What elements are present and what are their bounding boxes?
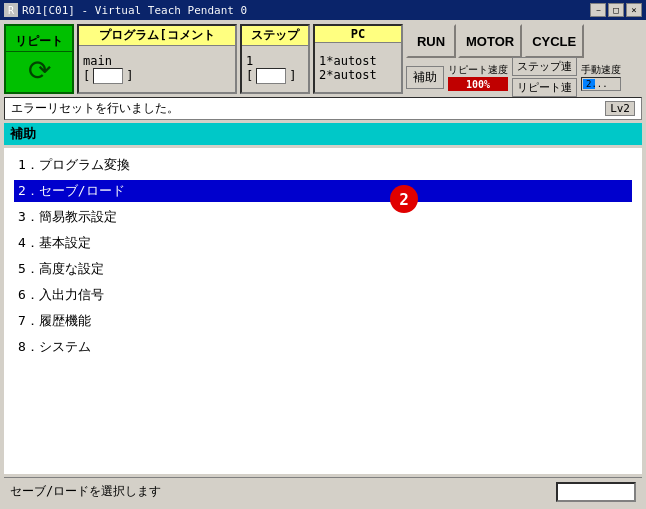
annotation-number: 2 — [399, 190, 409, 209]
minimize-button[interactable]: － — [590, 3, 606, 17]
step-value: 1 — [246, 54, 253, 68]
menu-item-number-4: 4． — [18, 235, 39, 250]
window-title: R01[C01] - Virtual Teach Pendant 0 — [22, 4, 247, 17]
manual-speed-value: 2... — [586, 79, 608, 89]
menu-item-number-8: 8． — [18, 339, 39, 354]
step-bracket-close: ] — [289, 69, 296, 83]
menu-item-number-2: 2． — [18, 183, 39, 198]
cycle-button[interactable]: CYCLE — [524, 24, 584, 58]
title-bar: R R01[C01] - Virtual Teach Pendant 0 － □… — [0, 0, 646, 20]
repeat-serial-button[interactable]: リピート連 — [512, 78, 577, 97]
maximize-button[interactable]: □ — [608, 3, 624, 17]
bottom-input-field[interactable] — [556, 482, 636, 502]
hojo-section-header: 補助 — [4, 123, 642, 145]
manual-speed-bar: 2... — [581, 77, 621, 91]
menu-item-number-5: 5． — [18, 261, 39, 276]
speed-value: 100% — [466, 79, 490, 90]
error-message: エラーリセットを行いました。 — [11, 100, 179, 117]
menu-item-8[interactable]: 8．システム — [14, 336, 632, 358]
menu-item-5[interactable]: 5．高度な設定 — [14, 258, 632, 280]
program-value-row: main — [83, 54, 231, 68]
menu-item-6[interactable]: 6．入出力信号 — [14, 284, 632, 306]
menu-item-number-3: 3． — [18, 209, 39, 224]
pc-line1: 1*autost — [319, 54, 397, 68]
menu-item-label-8: システム — [39, 339, 91, 354]
window-body: リピート ⟳ プログラム[コメント main [ ] ステップ 1 — [0, 20, 646, 509]
motor-button[interactable]: MOTOR — [458, 24, 522, 58]
menu-item-3[interactable]: 3．簡易教示設定 — [14, 206, 632, 228]
secondary-buttons-row: 補助 リピート速度 100% ステップ連 リピート連 手動速度 2... — [406, 61, 642, 93]
manual-speed-panel: 手動速度 2... — [581, 63, 621, 91]
hojo-button[interactable]: 補助 — [406, 66, 444, 89]
step-bracket-open: [ — [246, 69, 253, 83]
step-content: 1 [ ] — [242, 46, 308, 92]
menu-item-number-6: 6． — [18, 287, 39, 302]
main-buttons-row: RUN MOTOR CYCLE — [406, 24, 642, 58]
speed-panel: リピート速度 100% — [448, 63, 508, 91]
top-panel: リピート ⟳ プログラム[コメント main [ ] ステップ 1 — [4, 24, 642, 94]
lv2-badge: Lv2 — [605, 101, 635, 116]
menu-item-4[interactable]: 4．基本設定 — [14, 232, 632, 254]
manual-speed-label: 手動速度 — [581, 63, 621, 77]
program-bracket-row: [ ] — [83, 68, 231, 84]
step-box: ステップ 1 [ ] — [240, 24, 310, 94]
annotation-circle-2: 2 — [390, 185, 418, 213]
window-icon: R — [4, 3, 18, 17]
step-value-row: 1 — [246, 54, 304, 68]
repeat-icon: ⟳ — [28, 54, 51, 87]
speed-label: リピート速度 — [448, 63, 508, 77]
menu-item-2[interactable]: 2．セーブ/ロード — [14, 180, 632, 202]
menu-item-label-1: プログラム変換 — [39, 157, 130, 172]
menu-item-7[interactable]: 7．履歴機能 — [14, 310, 632, 332]
menu-item-number-7: 7． — [18, 313, 39, 328]
program-content: main [ ] — [79, 46, 235, 92]
bottom-status-text: セーブ/ロードを選択します — [10, 483, 161, 500]
menu-item-label-5: 高度な設定 — [39, 261, 104, 276]
program-box: プログラム[コメント main [ ] — [77, 24, 237, 94]
menu-item-label-6: 入出力信号 — [39, 287, 104, 302]
menu-item-label-7: 履歴機能 — [39, 313, 91, 328]
step-serial-button[interactable]: ステップ連 — [512, 57, 577, 76]
menu-item-label-3: 簡易教示設定 — [39, 209, 117, 224]
repeat-label: リピート — [6, 32, 72, 52]
step-bracket-row: [ ] — [246, 68, 304, 84]
pc-header: PC — [315, 26, 401, 43]
bracket-close: ] — [126, 69, 133, 83]
pc-content: 1*autost 2*autost — [315, 43, 401, 92]
repeat-button[interactable]: リピート ⟳ — [4, 24, 74, 94]
pc-box: PC 1*autost 2*autost — [313, 24, 403, 94]
close-button[interactable]: × — [626, 3, 642, 17]
window-controls[interactable]: － □ × — [590, 3, 642, 17]
right-controls: RUN MOTOR CYCLE 補助 リピート速度 100% ステップ連 リピー… — [406, 24, 642, 94]
menu-list: 1．プログラム変換2．セーブ/ロード3．簡易教示設定4．基本設定5．高度な設定6… — [4, 148, 642, 474]
pc-line2: 2*autost — [319, 68, 397, 82]
menu-item-1[interactable]: 1．プログラム変換 — [14, 154, 632, 176]
program-value: main — [83, 54, 112, 68]
step-header: ステップ — [242, 26, 308, 46]
program-bracket-field[interactable] — [93, 68, 123, 84]
speed-bar: 100% — [448, 77, 508, 91]
bracket-open: [ — [83, 69, 90, 83]
menu-item-number-1: 1． — [18, 157, 39, 172]
step-bracket-field[interactable] — [256, 68, 286, 84]
run-button[interactable]: RUN — [406, 24, 456, 58]
step-repeat-panel: ステップ連 リピート連 — [512, 57, 577, 97]
status-bar: エラーリセットを行いました。 Lv2 — [4, 97, 642, 120]
program-header: プログラム[コメント — [79, 26, 235, 46]
menu-item-label-2: セーブ/ロード — [39, 183, 125, 198]
bottom-status: セーブ/ロードを選択します — [4, 477, 642, 505]
menu-item-label-4: 基本設定 — [39, 235, 91, 250]
